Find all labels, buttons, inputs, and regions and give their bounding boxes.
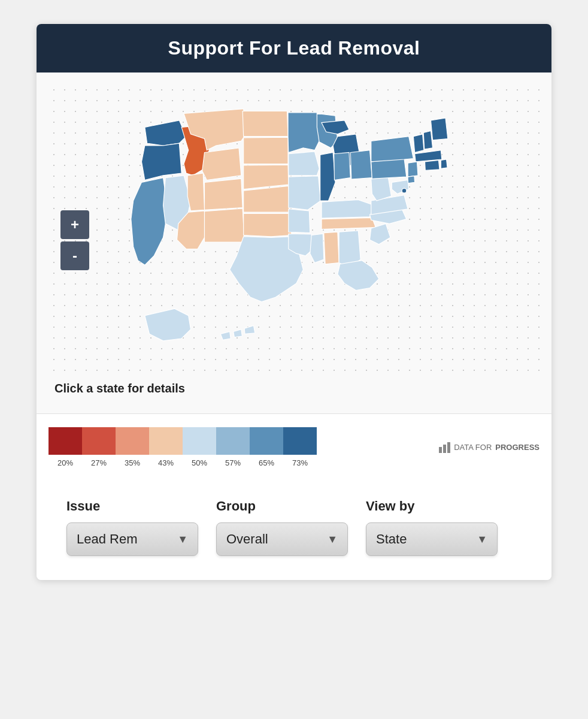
state-il[interactable] (320, 153, 335, 201)
state-fl[interactable] (338, 261, 379, 291)
state-co[interactable] (205, 179, 243, 210)
state-ca[interactable] (131, 178, 168, 265)
group-dropdown[interactable]: Overall ▼ (216, 522, 348, 556)
legend-section: 20% 27% 35% 43% 50% 57% 65% 73% DATA FOR… (37, 414, 551, 481)
state-ri[interactable] (441, 159, 447, 168)
label-27: 27% (82, 458, 116, 467)
label-57: 57% (216, 458, 250, 467)
map-container: + - (49, 84, 539, 372)
state-de[interactable] (408, 176, 415, 183)
label-43: 43% (149, 458, 183, 467)
viewby-label: View by (366, 499, 498, 514)
brand-bar-icon (439, 442, 450, 453)
state-hi3[interactable] (244, 326, 255, 334)
brand-bold: PROGRESS (495, 443, 539, 452)
us-map-svg (49, 90, 539, 366)
issue-dropdown-arrow: ▼ (177, 533, 188, 546)
group-label: Group (216, 499, 348, 514)
state-ct[interactable] (425, 161, 440, 171)
controls-dropdowns: Lead Rem ▼ Overall ▼ State ▼ (66, 522, 522, 556)
swatch-color-row (49, 427, 317, 455)
viewby-dropdown-arrow: ▼ (477, 533, 487, 546)
issue-label: Issue (66, 499, 198, 514)
state-ut[interactable] (187, 173, 204, 211)
zoom-in-button[interactable]: + (60, 210, 89, 239)
state-vt[interactable] (413, 134, 424, 153)
swatch-labels-row: 20% 27% 35% 43% 50% 57% 65% 73% (49, 458, 317, 467)
swatch-8 (283, 427, 317, 455)
state-oh[interactable] (350, 150, 372, 179)
swatch-6 (216, 427, 250, 455)
state-nm[interactable] (205, 209, 245, 242)
viewby-dropdown-value: State (376, 531, 472, 547)
zoom-out-button[interactable]: - (60, 241, 89, 270)
state-hi2[interactable] (234, 330, 243, 337)
state-ar[interactable] (289, 209, 310, 233)
controls-section: Issue Group View by Lead Rem ▼ Overall ▼… (37, 481, 551, 580)
swatch-7 (250, 427, 283, 455)
state-me[interactable] (431, 118, 447, 140)
state-ms[interactable] (310, 234, 324, 262)
group-dropdown-value: Overall (226, 531, 322, 547)
state-al[interactable] (324, 232, 339, 264)
state-ma[interactable] (415, 150, 442, 162)
state-nd[interactable] (243, 111, 288, 137)
zoom-controls: + - (60, 210, 89, 270)
state-or[interactable] (141, 143, 181, 180)
swatch-2 (82, 427, 116, 455)
issue-dropdown[interactable]: Lead Rem ▼ (66, 522, 198, 556)
click-prompt: Click a state for details (49, 372, 539, 401)
state-wv[interactable] (371, 177, 392, 201)
state-ks[interactable] (244, 186, 290, 212)
swatch-5 (183, 427, 216, 455)
state-nh[interactable] (423, 131, 432, 149)
state-nj[interactable] (408, 162, 418, 177)
label-65: 65% (250, 458, 283, 467)
state-mo[interactable] (289, 176, 321, 210)
state-dc[interactable] (402, 188, 407, 193)
state-ne[interactable] (244, 165, 289, 189)
state-wa[interactable] (145, 120, 186, 146)
state-sd[interactable] (244, 137, 288, 164)
state-ky[interactable] (322, 200, 374, 218)
label-20: 20% (49, 458, 82, 467)
state-ny[interactable] (371, 137, 414, 162)
brand-logo: DATA FOR PROGRESS (439, 442, 539, 453)
viewby-dropdown[interactable]: State ▼ (366, 522, 498, 556)
issue-dropdown-value: Lead Rem (77, 531, 172, 547)
state-ok[interactable] (244, 213, 292, 236)
map-svg-wrapper (49, 84, 539, 372)
label-35: 35% (116, 458, 149, 467)
brand-text: DATA FOR (454, 443, 492, 452)
group-dropdown-arrow: ▼ (327, 533, 338, 546)
state-in[interactable] (334, 153, 351, 180)
chart-title: Support For Lead Removal (49, 37, 539, 59)
label-73: 73% (283, 458, 317, 467)
swatch-1 (49, 427, 82, 455)
map-section: + - (37, 72, 551, 414)
state-ak[interactable] (145, 309, 191, 341)
state-tn[interactable] (322, 217, 375, 229)
swatch-3 (116, 427, 149, 455)
swatch-4 (149, 427, 183, 455)
chart-header: Support For Lead Removal (37, 24, 551, 72)
state-mn[interactable] (288, 113, 319, 153)
label-50: 50% (183, 458, 216, 467)
state-wy[interactable] (202, 148, 241, 180)
state-hi[interactable] (220, 332, 231, 340)
main-container: Support For Lead Removal + - (37, 24, 551, 580)
state-ia[interactable] (289, 152, 319, 176)
legend-swatches: 20% 27% 35% 43% 50% 57% 65% 73% (49, 427, 317, 467)
